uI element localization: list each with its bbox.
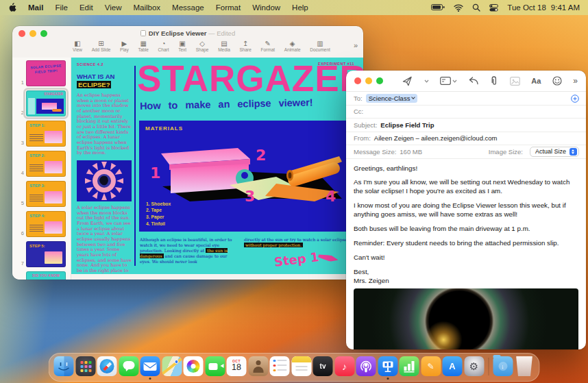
shape-button[interactable]: ◇Shape xyxy=(196,40,209,52)
dock-pages[interactable]: ✎ xyxy=(421,356,441,376)
dock-app-store[interactable]: A xyxy=(443,356,463,376)
shape-icon: ◇ xyxy=(199,40,205,47)
minimize-button[interactable] xyxy=(29,30,36,37)
chart-button[interactable]: ◔Chart xyxy=(158,40,169,52)
slide-thumb-7[interactable]: 7 STEP 5: xyxy=(26,241,67,267)
text-button[interactable]: ▣Text xyxy=(178,40,186,52)
slide-thumb-1[interactable]: 1 SOLAR ECLIPSE FIELD TRIP! xyxy=(26,60,67,86)
dock-notes[interactable] xyxy=(291,356,311,376)
menu-view[interactable]: View xyxy=(105,3,122,12)
dock-music[interactable]: ♪ xyxy=(334,356,354,376)
dock-tv[interactable]: tv xyxy=(313,356,333,376)
add-slide-button[interactable]: ⊞Add Slide xyxy=(92,40,111,52)
close-button[interactable] xyxy=(19,30,25,37)
dock-facetime[interactable] xyxy=(205,356,225,376)
menu-app-name[interactable]: Mail xyxy=(28,3,43,12)
insert-photo-button[interactable] xyxy=(510,77,520,86)
animate-button[interactable]: ◈Animate xyxy=(284,40,301,52)
undo-button[interactable] xyxy=(469,77,479,85)
attach-button[interactable] xyxy=(490,76,498,86)
subject-field[interactable]: Subject: Eclipse Field Trip xyxy=(346,119,586,132)
animate-icon: ◈ xyxy=(290,40,295,47)
eclipse-paragraph-2: A solar eclipse happens when the moon bl… xyxy=(77,206,132,274)
from-field[interactable]: From: Aileen Zeigen – aileen.zeigen@iclo… xyxy=(346,132,586,146)
control-center-icon[interactable] xyxy=(489,4,498,12)
warning-text-right: directly at the sun or try to watch a so… xyxy=(244,237,352,248)
minimize-button[interactable] xyxy=(365,77,372,84)
step-arrow-icon xyxy=(317,253,339,263)
send-options-chevron[interactable] xyxy=(424,79,429,83)
play-icon: ▶ xyxy=(122,40,127,47)
dock-safari[interactable] xyxy=(97,356,117,376)
toolbar-overflow-button[interactable]: » xyxy=(573,76,578,86)
slide-canvas[interactable]: SCIENCE 4.2 EXPERIMENT #11 WHAT IS AN EC… xyxy=(71,58,363,274)
dock-mail[interactable] xyxy=(140,356,160,376)
document-button[interactable]: ▥Document xyxy=(310,40,330,52)
zoom-button[interactable] xyxy=(40,30,47,37)
zoom-button[interactable] xyxy=(376,77,383,84)
dock-trash[interactable] xyxy=(515,356,535,376)
dock-photos[interactable] xyxy=(184,356,204,376)
apple-menu-icon[interactable] xyxy=(8,3,16,12)
menu-clock[interactable]: Tue Oct 18 9:41 AM xyxy=(507,3,580,12)
search-icon[interactable] xyxy=(472,3,480,12)
add-contact-button[interactable] xyxy=(571,95,579,104)
dock-divider xyxy=(488,358,489,375)
format-button[interactable]: Aa xyxy=(531,77,541,85)
dock-calendar[interactable]: OCT 18 xyxy=(227,356,247,376)
cc-field[interactable]: Cc: xyxy=(346,106,586,119)
to-field[interactable]: To: Science-Class xyxy=(346,92,586,106)
recipient-token[interactable]: Science-Class xyxy=(366,94,418,103)
format-button[interactable]: ✎Format xyxy=(260,40,275,52)
menu-mailbox[interactable]: Mailbox xyxy=(133,3,160,12)
dock-finder[interactable] xyxy=(54,356,74,376)
materials-illustration: 1 2 3 4 xyxy=(142,133,343,206)
view-button[interactable]: ◧View xyxy=(73,40,82,52)
header-fields-button[interactable] xyxy=(440,77,457,85)
step-label: Step 1 xyxy=(273,249,320,269)
dock-messages[interactable] xyxy=(119,356,138,376)
menu-window[interactable]: Window xyxy=(252,3,280,12)
menu-message[interactable]: Message xyxy=(172,3,204,12)
media-button[interactable]: ▤Media xyxy=(218,40,230,52)
science-tag: SCIENCE 4.2 xyxy=(77,62,103,66)
send-button[interactable] xyxy=(402,76,413,86)
image-size-select[interactable]: Actual Size xyxy=(530,147,579,157)
slide-thumb-5[interactable]: 5 STEP 3: xyxy=(26,181,67,207)
wifi-icon[interactable] xyxy=(454,4,463,12)
dock-contacts[interactable] xyxy=(248,356,268,376)
menu-format[interactable]: Format xyxy=(216,3,241,12)
close-button[interactable] xyxy=(354,77,361,84)
message-body[interactable]: Greetings, earthlings! As I'm sure you a… xyxy=(346,159,586,286)
menu-file[interactable]: File xyxy=(55,3,68,12)
dock-reminders[interactable] xyxy=(270,356,290,376)
slide-thumb-2[interactable]: 2 STARGAZER xyxy=(26,90,67,116)
dock-downloads-folder[interactable]: ↓ xyxy=(493,356,513,376)
play-button[interactable]: ▶Play xyxy=(120,40,129,52)
slide-thumb-3[interactable]: 3 STEP 1: xyxy=(26,121,67,147)
menu-edit[interactable]: Edit xyxy=(79,3,93,12)
stepper-icon xyxy=(569,148,577,156)
dock-numbers[interactable] xyxy=(400,356,419,376)
dock-podcasts[interactable] xyxy=(356,356,376,376)
dock-keynote[interactable] xyxy=(378,356,397,376)
toolbar-overflow-button[interactable]: » xyxy=(354,41,358,49)
format-brush-icon: ✎ xyxy=(265,40,271,47)
whatis-heading: WHAT IS AN ECLIPSE? xyxy=(77,73,127,89)
table-button[interactable]: ▦Table xyxy=(138,40,149,52)
menu-date: Tue Oct 18 xyxy=(507,3,546,12)
dock-launchpad[interactable] xyxy=(75,356,95,376)
slide-title: STARGAZER xyxy=(137,58,363,99)
eclipse-photo-attachment[interactable] xyxy=(354,288,578,349)
dock-settings[interactable]: ⚙ xyxy=(464,356,484,376)
slide-thumb-4[interactable]: 4 STEP 2: xyxy=(26,151,67,177)
menu-bar: Mail File Edit View Mailbox Message Form… xyxy=(0,0,588,15)
document-icon: ▥ xyxy=(317,40,323,47)
menu-help[interactable]: Help xyxy=(292,3,308,12)
slide-thumb-6[interactable]: 6 STEP 4: xyxy=(26,211,67,237)
battery-icon[interactable] xyxy=(431,4,445,11)
emoji-button[interactable] xyxy=(552,76,562,86)
slide-thumb-8[interactable]: 8 DID YOU KNOW xyxy=(26,271,67,280)
share-button[interactable]: ↥Share xyxy=(239,40,251,52)
dock-maps[interactable] xyxy=(162,356,182,376)
